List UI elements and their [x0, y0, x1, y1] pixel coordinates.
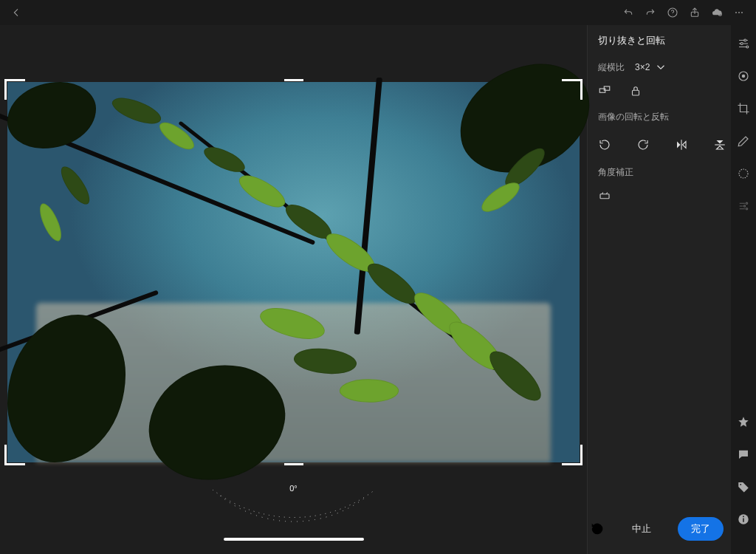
svg-point-22	[743, 205, 745, 207]
photo-crop-area[interactable]	[7, 82, 580, 462]
chevron-down-icon	[654, 61, 667, 74]
svg-point-17	[746, 46, 749, 48]
crop-panel: 切り抜きと回転 縦横比 3×2 画像の回転と反転 角度補正	[587, 25, 731, 554]
svg-point-15	[744, 39, 746, 41]
tool-rail	[731, 25, 756, 554]
svg-point-23	[746, 208, 747, 210]
svg-point-19	[742, 75, 746, 78]
tag-icon[interactable]	[735, 479, 752, 495]
color-tool[interactable]	[735, 68, 752, 84]
undo-button[interactable]	[617, 2, 639, 23]
svg-rect-9	[633, 90, 639, 95]
top-bar	[0, 0, 756, 25]
done-button[interactable]: 完了	[678, 517, 724, 541]
svg-marker-13	[717, 146, 724, 150]
lock-aspect-button[interactable]	[629, 84, 642, 98]
more-icon[interactable]	[728, 2, 750, 23]
adjust-tool[interactable]	[735, 35, 752, 52]
svg-point-20	[739, 169, 748, 178]
flip-horizontal-button[interactable]	[675, 137, 688, 153]
bottom-actions: 中止 完了	[589, 517, 724, 541]
presets-tool[interactable]	[735, 198, 752, 214]
flip-vertical-button[interactable]	[713, 137, 726, 153]
healing-tool[interactable]	[735, 133, 752, 149]
swap-orientation-button[interactable]	[598, 84, 611, 98]
svg-marker-10	[677, 142, 681, 148]
svg-point-1	[673, 15, 673, 16]
svg-rect-27	[743, 519, 744, 522]
svg-marker-11	[683, 142, 687, 148]
panel-title: 切り抜きと回転	[598, 34, 721, 47]
svg-point-5	[738, 12, 740, 13]
aspect-label: 縦横比	[598, 61, 625, 74]
aspect-select[interactable]: 3×2	[635, 61, 667, 74]
svg-point-6	[741, 12, 743, 13]
svg-point-4	[735, 12, 737, 13]
svg-marker-24	[738, 417, 749, 427]
info-icon[interactable]	[735, 511, 752, 527]
redo-button[interactable]	[639, 2, 662, 23]
canvas[interactable]	[0, 25, 587, 500]
home-indicator	[0, 533, 587, 554]
auto-straighten-button[interactable]	[598, 189, 611, 202]
svg-point-21	[746, 202, 747, 204]
svg-point-25	[740, 484, 741, 485]
rotate-flip-label: 画像の回転と反転	[598, 111, 721, 123]
svg-point-28	[743, 516, 744, 517]
photo-content	[7, 82, 580, 462]
svg-point-16	[740, 43, 743, 45]
cloud-sync-icon[interactable]	[706, 2, 728, 23]
svg-marker-12	[717, 140, 724, 144]
aspect-value: 3×2	[635, 62, 650, 72]
cancel-button[interactable]: 中止	[626, 518, 657, 540]
share-icon[interactable]	[684, 2, 706, 23]
help-button[interactable]	[662, 2, 684, 23]
comments-icon[interactable]	[735, 446, 752, 462]
svg-rect-14	[600, 194, 609, 199]
reset-button[interactable]	[589, 521, 605, 537]
rotate-right-button[interactable]	[636, 137, 650, 153]
rotate-left-button[interactable]	[598, 137, 611, 153]
mask-tool[interactable]	[735, 165, 752, 182]
rating-icon[interactable]	[735, 414, 752, 430]
crop-tool[interactable]	[735, 100, 752, 117]
straighten-label: 角度補正	[598, 166, 721, 179]
angle-dial[interactable]	[205, 482, 382, 534]
back-button[interactable]	[6, 2, 27, 23]
